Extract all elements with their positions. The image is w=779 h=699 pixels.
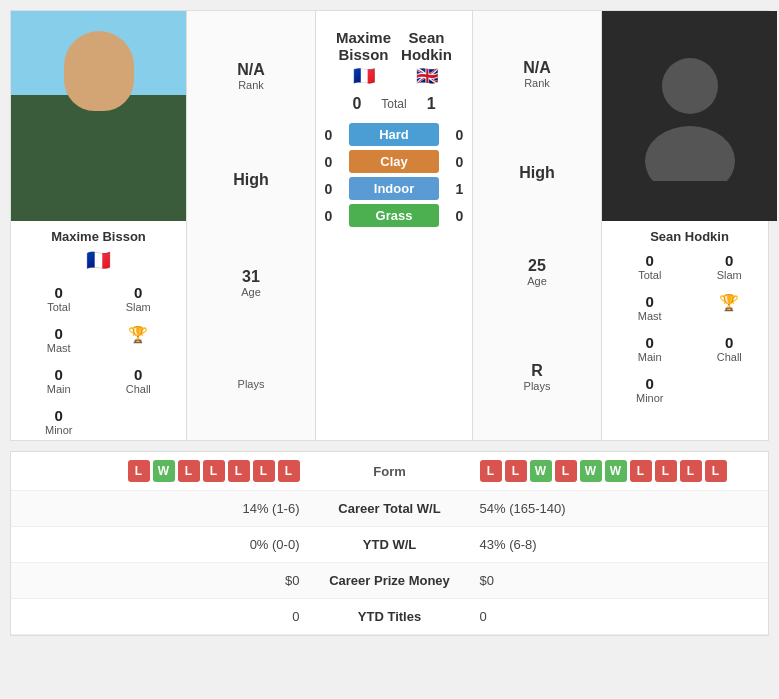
form-badge: L <box>228 460 250 482</box>
right-rank-block: N/A Rank <box>523 59 551 89</box>
stat-right-value: 0 <box>465 609 759 624</box>
grass-left-score: 0 <box>316 208 341 224</box>
form-badge: L <box>630 460 652 482</box>
left-total-value: 0 <box>55 284 63 301</box>
form-badge: W <box>530 460 552 482</box>
right-chall-label: Chall <box>717 351 742 363</box>
form-row: LWLLLLL Form LLWLWWLLLL <box>11 452 768 491</box>
stat-right-value: $0 <box>465 573 759 588</box>
left-player-panel: Maxime Bisson 🇫🇷 0 Total 0 Slam 0 Mast 🏆 <box>11 11 186 440</box>
stat-left-value: 0 <box>21 609 315 624</box>
right-player-name: Sean Hodkin <box>602 221 777 248</box>
stat-label: Career Total W/L <box>315 501 465 516</box>
clay-right-score: 0 <box>447 154 472 170</box>
right-mast-value: 0 <box>646 293 654 310</box>
grass-right-score: 0 <box>447 208 472 224</box>
left-chall-value: 0 <box>134 366 142 383</box>
right-form: LLWLWWLLLL <box>465 460 759 482</box>
left-rank-value: N/A <box>237 61 265 79</box>
form-badge: W <box>153 460 175 482</box>
right-center-info: N/A Rank High 25 Age R Plays <box>472 11 602 440</box>
right-main-value: 0 <box>646 334 654 351</box>
left-chall-label: Chall <box>126 383 151 395</box>
form-badge: L <box>555 460 577 482</box>
right-player-stats: 0 Total 0 Slam 0 Mast 🏆 0 Main <box>602 248 777 408</box>
right-flag-header: 🇬🇧 <box>396 65 457 87</box>
left-age-block: 31 Age <box>241 268 261 298</box>
right-age-block: 25 Age <box>527 257 547 287</box>
right-player-panel: Sean Hodkin 0 Total 0 Slam 0 Mast 🏆 <box>602 11 777 440</box>
indoor-row: 0 Indoor 1 <box>316 177 472 200</box>
left-age-value: 31 <box>241 268 261 286</box>
right-total-block: 0 Total <box>610 248 690 285</box>
svg-point-0 <box>662 58 718 114</box>
right-mast-block: 0 Mast <box>610 289 690 326</box>
stats-row: $0 Career Prize Money $0 <box>11 563 768 599</box>
hard-right-score: 0 <box>447 127 472 143</box>
left-trophy-icon: 🏆 <box>128 325 148 344</box>
stat-right-value: 43% (6-8) <box>465 537 759 552</box>
surface-rows: 0 Hard 0 0 Clay 0 0 Indoor 1 <box>316 117 472 233</box>
right-slam-block: 0 Slam <box>690 248 770 285</box>
form-badge: L <box>705 460 727 482</box>
form-badge: L <box>128 460 150 482</box>
right-age-label: Age <box>527 275 547 287</box>
indoor-btn: Indoor <box>349 177 439 200</box>
right-chall-block: 0 Chall <box>690 330 770 367</box>
left-age-label: Age <box>241 286 261 298</box>
left-name-header-text: Maxime Bisson <box>336 29 391 63</box>
grass-btn: Grass <box>349 204 439 227</box>
form-badge: L <box>278 460 300 482</box>
right-level-block: High <box>519 164 555 182</box>
right-trophy-block: 🏆 <box>690 289 770 326</box>
right-trophy-icon: 🏆 <box>719 293 739 312</box>
left-player-flag: 🇫🇷 <box>11 248 186 272</box>
hard-left-score: 0 <box>316 127 341 143</box>
form-badge: L <box>253 460 275 482</box>
left-player-stats: 0 Total 0 Slam 0 Mast 🏆 0 Main <box>11 280 186 440</box>
left-rank-block: N/A Rank <box>237 61 265 91</box>
form-badge: L <box>203 460 225 482</box>
right-main-label: Main <box>638 351 662 363</box>
middle-area: Maxime Bisson 🇫🇷 Sean Hodkin 🇬🇧 0 Total … <box>316 11 472 440</box>
form-badge: W <box>605 460 627 482</box>
left-player-face <box>64 31 134 111</box>
indoor-left-score: 0 <box>316 181 341 197</box>
right-name-header: Sean Hodkin <box>396 19 457 65</box>
right-form-badges: LLWLWWLLLL <box>480 460 759 482</box>
stats-row: 14% (1-6) Career Total W/L 54% (165-140) <box>11 491 768 527</box>
svg-point-1 <box>645 126 735 181</box>
main-container: Maxime Bisson 🇫🇷 0 Total 0 Slam 0 Mast 🏆 <box>0 0 779 648</box>
left-total-score: 0 <box>352 95 361 113</box>
right-minor-block: 0 Minor <box>610 371 690 408</box>
silhouette-svg <box>640 51 740 181</box>
player-comparison: Maxime Bisson 🇫🇷 0 Total 0 Slam 0 Mast 🏆 <box>10 10 769 441</box>
right-minor-value: 0 <box>646 375 654 392</box>
stat-left-value: 14% (1-6) <box>21 501 315 516</box>
left-player-photo <box>11 11 186 221</box>
form-badge: W <box>580 460 602 482</box>
left-mast-label: Mast <box>47 342 71 354</box>
right-name-header-text: Sean Hodkin <box>401 29 452 63</box>
left-total-label: Total <box>47 301 70 313</box>
left-slam-block: 0 Slam <box>99 280 179 317</box>
stat-label: Career Prize Money <box>315 573 465 588</box>
hard-btn: Hard <box>349 123 439 146</box>
right-total-score: 1 <box>427 95 436 113</box>
stat-left-value: 0% (0-0) <box>21 537 315 552</box>
right-player-photo <box>602 11 777 221</box>
left-main-label: Main <box>47 383 71 395</box>
right-minor-label: Minor <box>636 392 664 404</box>
left-level-value: High <box>233 171 269 189</box>
right-rank-label: Rank <box>523 77 551 89</box>
right-total-label: Total <box>638 269 661 281</box>
form-label: Form <box>315 464 465 479</box>
stat-left-value: $0 <box>21 573 315 588</box>
left-main-block: 0 Main <box>19 362 99 399</box>
form-section: LWLLLLL Form LLWLWWLLLL 14% (1-6) Career… <box>10 451 769 636</box>
left-name-header: Maxime Bisson <box>331 19 396 65</box>
left-mast-block: 0 Mast <box>19 321 99 358</box>
right-level-value: High <box>519 164 555 182</box>
form-badge: L <box>505 460 527 482</box>
left-slam-label: Slam <box>126 301 151 313</box>
